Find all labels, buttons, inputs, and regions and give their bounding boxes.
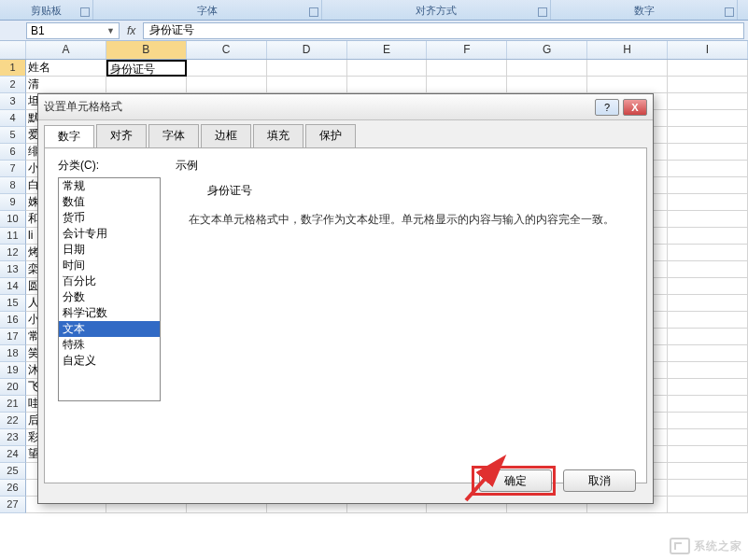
row-header[interactable]: 8: [0, 177, 26, 194]
row-header[interactable]: 18: [0, 345, 26, 362]
cell[interactable]: [668, 278, 748, 295]
cell[interactable]: [427, 77, 507, 93]
row-header[interactable]: 3: [0, 93, 26, 110]
close-button[interactable]: X: [623, 99, 647, 116]
col-header-D[interactable]: D: [267, 41, 347, 59]
expand-icon[interactable]: [80, 7, 90, 17]
col-header-E[interactable]: E: [347, 41, 428, 59]
cell[interactable]: [668, 245, 748, 261]
row-header[interactable]: 13: [0, 261, 26, 278]
cell[interactable]: [668, 480, 748, 497]
cell[interactable]: [267, 60, 347, 77]
category-item[interactable]: 日期: [59, 242, 160, 258]
cell[interactable]: [668, 497, 748, 513]
expand-icon[interactable]: [538, 7, 547, 17]
cell[interactable]: [668, 110, 748, 127]
row-header[interactable]: 22: [0, 413, 26, 429]
category-item[interactable]: 百分比: [59, 273, 160, 289]
cell[interactable]: [347, 77, 428, 93]
cell[interactable]: [507, 77, 587, 93]
row-header[interactable]: 16: [0, 312, 26, 329]
row-header[interactable]: 20: [0, 379, 26, 396]
row-header[interactable]: 7: [0, 161, 26, 177]
cell[interactable]: [187, 60, 267, 77]
row-header[interactable]: 26: [0, 480, 26, 497]
category-item[interactable]: 货币: [59, 210, 160, 226]
cell[interactable]: [668, 161, 748, 177]
row-header[interactable]: 14: [0, 278, 26, 295]
tab-4[interactable]: 填充: [253, 124, 303, 147]
cell[interactable]: [267, 77, 347, 93]
cell[interactable]: [668, 329, 748, 345]
cell[interactable]: [668, 261, 748, 278]
row-header[interactable]: 27: [0, 497, 26, 513]
cell[interactable]: [668, 396, 748, 413]
col-header-G[interactable]: G: [507, 41, 587, 59]
cell[interactable]: [668, 429, 748, 446]
col-header-C[interactable]: C: [187, 41, 267, 59]
cell[interactable]: [507, 60, 587, 77]
cell[interactable]: [668, 446, 748, 463]
cell[interactable]: [668, 463, 748, 480]
help-button[interactable]: ?: [595, 99, 619, 116]
cell[interactable]: [668, 362, 748, 379]
col-header-H[interactable]: H: [587, 41, 668, 59]
cell[interactable]: [668, 177, 748, 194]
expand-icon[interactable]: [309, 7, 318, 17]
cell[interactable]: 姓名: [26, 60, 106, 77]
cell[interactable]: [347, 60, 428, 77]
cell[interactable]: [668, 379, 748, 396]
row-header[interactable]: 17: [0, 329, 26, 345]
cell[interactable]: [668, 228, 748, 245]
cancel-button[interactable]: 取消: [563, 469, 636, 492]
row-header[interactable]: 1: [0, 60, 26, 77]
tab-5[interactable]: 保护: [305, 124, 356, 147]
chevron-down-icon[interactable]: ▼: [106, 26, 115, 35]
row-header[interactable]: 11: [0, 228, 26, 245]
cell[interactable]: [427, 60, 507, 77]
row-header[interactable]: 9: [0, 194, 26, 211]
row-header[interactable]: 25: [0, 463, 26, 480]
cell[interactable]: [668, 312, 748, 329]
row-header[interactable]: 2: [0, 77, 26, 93]
expand-icon[interactable]: [725, 7, 734, 17]
category-item[interactable]: 会计专用: [59, 226, 160, 242]
cell[interactable]: 清: [26, 77, 106, 93]
cell[interactable]: [187, 77, 267, 93]
category-item[interactable]: 自定义: [59, 353, 160, 369]
row-header[interactable]: 4: [0, 110, 26, 127]
col-header-B[interactable]: B: [106, 41, 187, 59]
formula-input[interactable]: 身份证号: [143, 22, 744, 39]
cell[interactable]: [668, 295, 748, 312]
col-header-I[interactable]: I: [668, 41, 748, 59]
col-header-F[interactable]: F: [427, 41, 507, 59]
row-header[interactable]: 19: [0, 362, 26, 379]
dialog-titlebar[interactable]: 设置单元格格式 ? X: [38, 94, 653, 120]
cell[interactable]: [668, 194, 748, 211]
row-header[interactable]: 15: [0, 295, 26, 312]
row-header[interactable]: 6: [0, 144, 26, 161]
cell[interactable]: [668, 77, 748, 93]
col-header-A[interactable]: A: [26, 41, 106, 59]
cell[interactable]: [587, 77, 668, 93]
category-item[interactable]: 特殊: [59, 337, 160, 353]
category-item[interactable]: 常规: [59, 178, 160, 194]
cell[interactable]: [668, 127, 748, 144]
select-all-corner[interactable]: [0, 41, 26, 59]
row-header[interactable]: 24: [0, 446, 26, 463]
category-list[interactable]: 常规数值货币会计专用日期时间百分比分数科学记数文本特殊自定义: [58, 177, 161, 401]
cell[interactable]: [106, 77, 187, 93]
tab-0[interactable]: 数字: [44, 125, 94, 148]
category-item[interactable]: 文本: [59, 321, 160, 337]
row-header[interactable]: 21: [0, 396, 26, 413]
cell[interactable]: [668, 413, 748, 429]
cell[interactable]: 身份证号: [106, 60, 187, 77]
tab-3[interactable]: 边框: [201, 124, 251, 147]
row-header[interactable]: 12: [0, 245, 26, 261]
row-header[interactable]: 5: [0, 127, 26, 144]
cell[interactable]: [668, 345, 748, 362]
fx-icon[interactable]: fx: [127, 24, 135, 37]
ok-button[interactable]: 确定: [479, 469, 552, 492]
category-item[interactable]: 数值: [59, 194, 160, 210]
row-header[interactable]: 23: [0, 429, 26, 446]
